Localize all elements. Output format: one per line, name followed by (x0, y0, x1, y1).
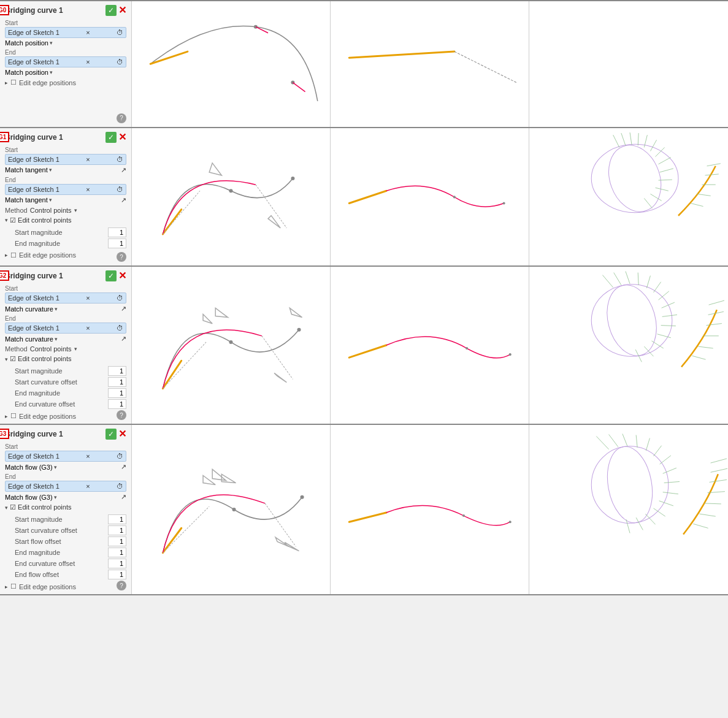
help-icon[interactable]: ? (117, 113, 126, 123)
start-edge-input[interactable]: Edge of Sketch 1×⏱ (5, 27, 126, 38)
canvas-cell-G1-2[interactable] (331, 128, 529, 266)
edit-control-expand[interactable]: ▾ (5, 356, 8, 362)
start-clock-icon[interactable]: ⏱ (117, 29, 123, 36)
end-match-dropdown[interactable]: Match position▾ (5, 69, 53, 76)
reject-button[interactable]: ✕ (118, 429, 126, 440)
end-clear-icon[interactable]: × (86, 186, 90, 193)
end-clear-icon[interactable]: × (86, 58, 90, 66)
end-match-dropdown[interactable]: Match tangent▾ (5, 196, 52, 204)
edit-edge-checkbox[interactable]: ☐ (10, 78, 17, 86)
method-arrow[interactable]: ▾ (74, 207, 77, 213)
end-clear-icon[interactable]: × (86, 483, 90, 490)
param-value[interactable]: 1 (108, 399, 126, 409)
end-clock-icon[interactable]: ⏱ (117, 186, 123, 193)
end-edge-input[interactable]: Edge of Sketch 1×⏱ (5, 56, 126, 67)
svg-line-43 (614, 273, 621, 285)
canvas-cell-G2-3[interactable] (529, 267, 728, 424)
reject-button[interactable]: ✕ (118, 132, 126, 143)
panel-G1: G1Bridging curve 1✓✕StartEdge of Sketch … (0, 128, 132, 266)
canvas-cell-G1-1[interactable] (132, 128, 331, 266)
edit-edge-expand[interactable]: ▸ (5, 252, 8, 258)
edit-control-expand[interactable]: ▾ (5, 217, 8, 223)
edit-control-expand[interactable]: ▾ (5, 505, 8, 511)
end-edge-input[interactable]: Edge of Sketch 1×⏱ (5, 323, 126, 334)
method-arrow[interactable]: ▾ (74, 346, 77, 352)
reject-button[interactable]: ✕ (118, 5, 126, 16)
accept-button[interactable]: ✓ (105, 5, 117, 16)
param-row: End curvature offset1 (5, 399, 126, 410)
start-match-dropdown[interactable]: Match tangent▾ (5, 166, 52, 174)
edit-edge-expand[interactable]: ▸ (5, 80, 8, 86)
svg-marker-33 (274, 373, 286, 383)
canvas-cell-G3-1[interactable] (132, 425, 331, 594)
edit-control-checkbox[interactable]: ☑ Edit control points (10, 355, 72, 363)
canvas-cell-G1-3[interactable] (529, 128, 728, 266)
canvas-cell-G3-2[interactable] (331, 425, 529, 594)
start-clear-icon[interactable]: × (86, 156, 90, 163)
end-match-label: Match tangent (5, 196, 48, 204)
param-value[interactable]: 1 (108, 227, 126, 237)
param-value[interactable]: 1 (108, 559, 126, 568)
method-row: MethodControl points▾ (5, 207, 126, 214)
param-value[interactable]: 1 (108, 239, 126, 248)
canvas-cell-G0-2[interactable] (331, 1, 529, 127)
param-value[interactable]: 1 (108, 388, 126, 398)
start-match-dropdown[interactable]: Match position▾ (5, 39, 53, 47)
param-value[interactable]: 1 (108, 377, 126, 387)
svg-marker-32 (203, 315, 212, 324)
start-clock-icon[interactable]: ⏱ (117, 156, 123, 163)
start-edge-input[interactable]: Edge of Sketch 1×⏱ (5, 292, 126, 304)
edit-control-checkbox[interactable]: ☑ Edit control points (10, 216, 72, 224)
edit-edge-expand[interactable]: ▸ (5, 584, 8, 590)
end-edge-input[interactable]: Edge of Sketch 1×⏱ (5, 184, 126, 195)
canvas-cell-G0-3[interactable] (529, 1, 728, 127)
end-clear-icon[interactable]: × (86, 324, 90, 332)
param-row: Start curvature offset1 (5, 525, 126, 536)
param-value[interactable]: 1 (108, 514, 126, 524)
end-clock-icon[interactable]: ⏱ (117, 324, 123, 332)
start-edge-input[interactable]: Edge of Sketch 1×⏱ (5, 451, 126, 462)
g-label-G2: G2 (0, 270, 9, 281)
reject-button[interactable]: ✕ (118, 270, 126, 281)
end-edge-input[interactable]: Edge of Sketch 1×⏱ (5, 481, 126, 492)
param-row: Start curvature offset1 (5, 376, 126, 388)
end-match-dropdown[interactable]: Match curvature▾ (5, 335, 58, 343)
end-clock-icon[interactable]: ⏱ (117, 58, 123, 66)
start-clear-icon[interactable]: × (86, 453, 90, 460)
edit-edge-checkbox[interactable]: ☐ (10, 251, 17, 259)
param-value[interactable]: 1 (108, 537, 126, 546)
end-clock-icon[interactable]: ⏱ (117, 483, 123, 490)
start-clock-icon[interactable]: ⏱ (117, 294, 123, 302)
param-label: Start curvature offset (15, 378, 77, 386)
canvas-cell-G3-3[interactable] (529, 425, 728, 594)
accept-button[interactable]: ✓ (105, 132, 117, 143)
param-value[interactable]: 1 (108, 366, 126, 376)
accept-button[interactable]: ✓ (105, 270, 117, 281)
svg-line-17 (650, 140, 656, 151)
param-value[interactable]: 1 (108, 548, 126, 557)
edit-edge-checkbox[interactable]: ☐ (10, 582, 17, 590)
start-edge-input[interactable]: Edge of Sketch 1×⏱ (5, 154, 126, 165)
panel-header-actions: ✓✕ (105, 429, 126, 440)
canvas-cell-G2-1[interactable] (132, 267, 331, 424)
edit-edge-checkbox[interactable]: ☐ (10, 412, 17, 420)
start-clear-icon[interactable]: × (86, 29, 90, 36)
param-value[interactable]: 1 (108, 570, 126, 579)
svg-point-70 (301, 495, 304, 499)
accept-button[interactable]: ✓ (105, 429, 117, 440)
help-icon[interactable]: ? (117, 252, 126, 262)
end-match-dropdown[interactable]: Match flow (G3)▾ (5, 494, 57, 501)
start-clear-icon[interactable]: × (86, 294, 90, 302)
param-value[interactable]: 1 (108, 525, 126, 535)
svg-line-47 (654, 282, 661, 292)
start-match-dropdown[interactable]: Match curvature▾ (5, 305, 58, 313)
canvas-cell-G2-2[interactable] (331, 267, 529, 424)
start-match-label: Match curvature (5, 305, 53, 313)
start-match-dropdown[interactable]: Match flow (G3)▾ (5, 464, 57, 471)
start-clock-icon[interactable]: ⏱ (117, 453, 123, 460)
canvas-cell-G0-1[interactable] (132, 1, 331, 127)
edit-control-checkbox[interactable]: ☑ Edit control points (10, 503, 72, 511)
edit-edge-expand[interactable]: ▸ (5, 413, 8, 419)
panel-header: Bridging curve 1✓✕ (5, 132, 126, 143)
edit-edge-row: ▸☐Edit edge positions (5, 78, 126, 86)
